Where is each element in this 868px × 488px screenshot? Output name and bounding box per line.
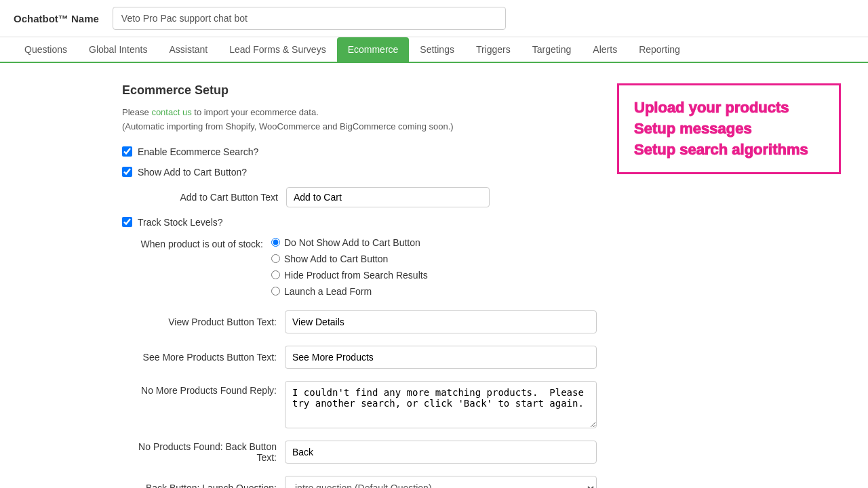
no-products-back-input[interactable] (285, 441, 597, 464)
stock-option-hide-label: Hide Product from Search Results (284, 270, 428, 281)
stock-radio-show[interactable] (271, 254, 280, 263)
stock-option-dont-show-label: Do Not Show Add to Cart Button (284, 237, 420, 248)
tab-alerts[interactable]: Alerts (582, 37, 628, 62)
see-more-products-input[interactable] (285, 346, 597, 369)
view-product-input[interactable] (285, 310, 597, 333)
back-btn-launch-row: Back Button: Launch Question: intro ques… (122, 476, 732, 488)
tab-reporting[interactable]: Reporting (628, 37, 691, 62)
tab-triggers[interactable]: Triggers (465, 37, 521, 62)
brand-name: Ochatbot™ Name (14, 13, 99, 24)
no-more-products-row: No More Products Found Reply: I couldn't… (122, 381, 732, 428)
add-to-cart-text-input[interactable] (286, 187, 490, 207)
see-more-products-row: See More Products Button Text: (122, 346, 732, 369)
stock-option-lead-form-label: Launch a Lead Form (284, 286, 372, 297)
enable-ecommerce-label: Enable Ecommerce Search? (138, 146, 258, 157)
stock-option-show[interactable]: Show Add to Cart Button (271, 253, 428, 264)
tab-lead-forms[interactable]: Lead Forms & Surveys (218, 37, 336, 62)
tab-global-intents[interactable]: Global Intents (78, 37, 158, 62)
no-more-products-textarea[interactable]: I couldn't find any more matching produc… (285, 381, 597, 428)
enable-ecommerce-checkbox[interactable] (122, 146, 132, 157)
promo-line1: Upload your products (634, 98, 824, 119)
tab-assistant[interactable]: Assistant (158, 37, 218, 62)
stock-option-hide[interactable]: Hide Product from Search Results (271, 270, 428, 281)
stock-radio-hide[interactable] (271, 270, 280, 279)
no-more-products-label: No More Products Found Reply: (122, 381, 285, 396)
track-stock-checkbox[interactable] (122, 217, 132, 227)
show-add-to-cart-checkbox[interactable] (122, 167, 132, 177)
out-of-stock-options: Do Not Show Add to Cart Button Show Add … (271, 237, 428, 297)
intro-text-please: Please (122, 107, 149, 117)
intro-text-note: (Automatic importing from Shopify, WooCo… (122, 121, 454, 131)
form-section: Enable Ecommerce Search? Show Add to Car… (122, 146, 732, 488)
top-bar: Ochatbot™ Name (0, 0, 868, 37)
add-to-cart-text-row: Add to Cart Button Text (137, 187, 732, 207)
stock-option-lead-form[interactable]: Launch a Lead Form (271, 286, 428, 297)
tab-targeting[interactable]: Targeting (521, 37, 583, 62)
see-more-products-label: See More Products Button Text: (122, 352, 285, 363)
stock-option-show-label: Show Add to Cart Button (284, 253, 388, 264)
main-content: Upload your products Setup messages Setu… (0, 63, 868, 488)
contact-us-link[interactable]: contact us (151, 107, 191, 117)
tab-questions[interactable]: Questions (14, 37, 78, 62)
add-to-cart-text-label: Add to Cart Button Text (137, 192, 286, 203)
promo-line3: Setup search algorithms (634, 140, 824, 161)
back-btn-launch-select[interactable]: intro question (Default Question) (285, 476, 597, 488)
stock-radio-lead-form[interactable] (271, 287, 280, 296)
tab-ecommerce[interactable]: Ecommerce (337, 37, 410, 62)
view-product-row: View Product Button Text: (122, 310, 732, 333)
track-stock-row: Track Stock Levels? (122, 217, 732, 228)
nav-tabs: Questions Global Intents Assistant Lead … (0, 37, 868, 63)
back-btn-launch-label: Back Button: Launch Question: (122, 483, 285, 488)
bot-name-input[interactable] (113, 7, 506, 30)
intro-text-suffix: to import your ecommerce data. (194, 107, 319, 117)
show-add-to-cart-label: Show Add to Cart Button? (138, 167, 247, 178)
stock-option-dont-show[interactable]: Do Not Show Add to Cart Button (271, 237, 428, 248)
promo-line2: Setup messages (634, 119, 824, 140)
no-products-back-label: No Products Found: Back Button Text: (122, 441, 285, 463)
promo-box: Upload your products Setup messages Setu… (617, 83, 841, 174)
track-stock-label: Track Stock Levels? (138, 217, 223, 228)
stock-radio-dont-show[interactable] (271, 238, 280, 247)
out-of-stock-row: When product is out of stock: Do Not Sho… (122, 237, 732, 297)
view-product-label: View Product Button Text: (122, 317, 285, 327)
tab-settings[interactable]: Settings (409, 37, 465, 62)
no-products-back-row: No Products Found: Back Button Text: (122, 441, 732, 464)
out-of-stock-label: When product is out of stock: (122, 237, 271, 249)
